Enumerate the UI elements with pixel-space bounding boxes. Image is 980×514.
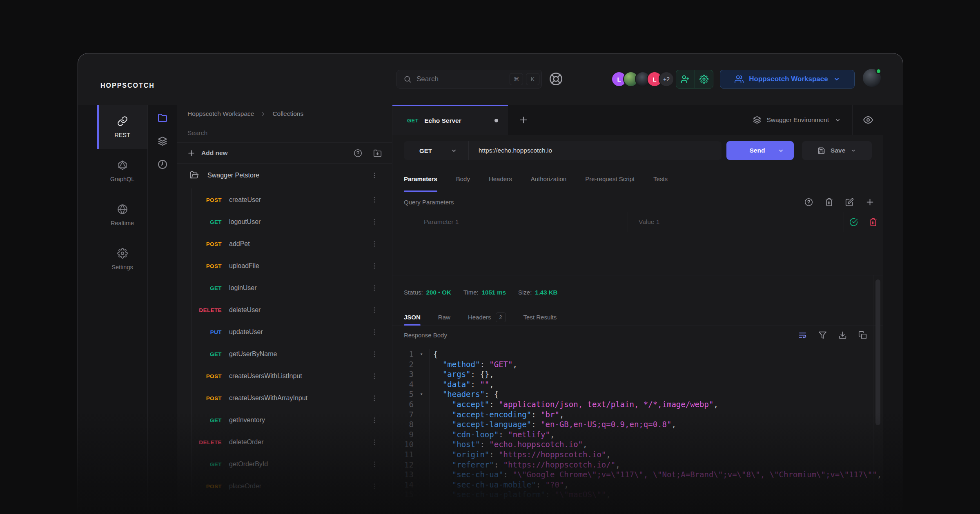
more-options-icon[interactable] (371, 284, 378, 292)
fold-toggle-icon[interactable]: ▾ (414, 389, 430, 399)
new-tab-button[interactable] (508, 105, 539, 135)
request-name: logoutUser (229, 218, 261, 226)
more-options-icon[interactable] (371, 461, 378, 468)
environment-selector[interactable]: Swagger Environment (753, 116, 853, 124)
filter-icon[interactable] (818, 331, 827, 339)
environment-quick-peek-button[interactable] (853, 105, 883, 135)
line-number: 11 (392, 450, 414, 460)
collection-request[interactable]: POST uploadFile (177, 255, 392, 277)
nav-item-rest[interactable]: REST (97, 105, 147, 149)
collection-request[interactable]: POST createUsersWithArrayInput (177, 387, 392, 409)
request-section-tab[interactable]: Tests (653, 166, 668, 192)
more-options-icon[interactable] (371, 417, 378, 424)
breadcrumb-workspace[interactable]: Hoppscotch Workspace (187, 110, 254, 117)
workspace-settings-button[interactable] (695, 70, 713, 88)
save-label: Save (831, 147, 845, 154)
team-avatars[interactable]: L L +2 (611, 71, 674, 87)
nav-item-graphql[interactable]: GraphQL (97, 149, 147, 193)
collection-request[interactable]: PUT updateUser (177, 321, 392, 343)
collections-search[interactable] (177, 123, 392, 143)
parameter-active-toggle[interactable] (844, 212, 863, 232)
collection-request[interactable]: DELETE deleteUser (177, 299, 392, 321)
collection-request[interactable]: POST createUser (177, 189, 392, 211)
add-new-button[interactable]: Add new (201, 149, 228, 157)
request-section-tab[interactable]: Headers (489, 166, 512, 192)
request-section-tab[interactable]: Parameters (404, 166, 437, 192)
request-method-label: DELETE (177, 439, 222, 445)
response-tab[interactable]: Raw (438, 309, 450, 326)
delete-all-icon[interactable] (825, 198, 833, 206)
scrollbar-thumb[interactable] (875, 279, 880, 425)
graphql-icon (117, 160, 128, 171)
more-options-icon[interactable] (371, 196, 378, 204)
nav-item-settings[interactable]: Settings (97, 237, 147, 281)
tab-label: Headers (468, 314, 491, 321)
collection-request[interactable]: GET getUserByName (177, 343, 392, 365)
parameter-key-input[interactable] (424, 218, 617, 226)
code-line: 11 "origin": "https://hoppscotch.io", (392, 450, 883, 460)
more-options-icon[interactable] (371, 439, 378, 446)
breadcrumb-page[interactable]: Collections (272, 110, 303, 117)
invite-user-button[interactable] (676, 70, 695, 88)
request-section-tab[interactable]: Body (456, 166, 470, 192)
method-selector[interactable]: GET (404, 141, 468, 160)
request-name: deleteOrder (229, 439, 264, 446)
more-options-icon[interactable] (371, 483, 378, 490)
response-tab[interactable]: Test Results (523, 309, 557, 326)
collection-request[interactable]: GET loginUser (177, 277, 392, 299)
profile-avatar[interactable] (863, 69, 881, 87)
environments-tab-button[interactable] (154, 133, 171, 149)
request-method-label: POST (177, 395, 222, 401)
more-options-icon[interactable] (371, 240, 378, 248)
collection-request[interactable]: GET logoutUser (177, 211, 392, 233)
url-input[interactable] (469, 141, 722, 160)
collection-request[interactable]: DELETE deleteOrder (177, 431, 392, 453)
more-options-icon[interactable] (371, 372, 378, 380)
collection-request[interactable]: GET getInventory (177, 409, 392, 431)
send-button[interactable]: Send (726, 141, 794, 160)
fold-toggle-icon[interactable]: ▾ (414, 349, 430, 359)
history-tab-button[interactable] (154, 156, 171, 173)
global-search[interactable]: ⌘ K (396, 70, 542, 89)
nav-label: Realtime (111, 220, 134, 226)
request-tab-echo-server[interactable]: GET Echo Server (392, 105, 508, 135)
workspace-selector[interactable]: Hoppscotch Workspace (720, 70, 855, 89)
response-tab[interactable]: Headers 2 (468, 309, 506, 326)
import-folder-icon[interactable] (373, 149, 382, 157)
more-options-icon[interactable] (371, 328, 378, 336)
more-options-icon[interactable] (371, 172, 378, 179)
more-options-icon[interactable] (371, 350, 378, 358)
edit-bulk-icon[interactable] (845, 198, 854, 206)
collection-request[interactable]: GET getOrderById (177, 453, 392, 475)
help-circle-icon[interactable] (804, 198, 813, 206)
code-line: 10 "host": "echo.hoppscotch.io", (392, 439, 883, 450)
row-drag-handle[interactable] (392, 212, 413, 232)
collection-folder[interactable]: Swagger Petstore (177, 164, 392, 187)
more-options-icon[interactable] (371, 262, 378, 270)
add-parameter-icon[interactable] (866, 198, 874, 206)
wrap-lines-icon[interactable] (798, 331, 807, 339)
save-button[interactable]: Save (802, 141, 872, 160)
collection-request[interactable]: POST createUsersWithListInput (177, 365, 392, 387)
line-number: 4 (392, 379, 414, 390)
download-icon[interactable] (838, 331, 847, 339)
parameter-value-input[interactable] (639, 218, 833, 226)
collections-tab-button[interactable] (154, 110, 171, 126)
collections-search-input[interactable] (187, 129, 382, 137)
help-circle-icon[interactable] (354, 149, 362, 157)
more-options-icon[interactable] (371, 394, 378, 402)
request-section-tab[interactable]: Authorization (531, 166, 567, 192)
support-lifebuoy-icon[interactable] (548, 71, 564, 86)
more-options-icon[interactable] (371, 306, 378, 314)
parameter-delete-button[interactable] (863, 212, 883, 232)
response-tab[interactable]: JSON (404, 309, 421, 326)
fold-gutter (414, 480, 430, 490)
more-options-icon[interactable] (371, 218, 378, 226)
request-section-tab[interactable]: Pre-request Script (585, 166, 635, 192)
response-body-code[interactable]: 1▾{2 "method": "GET",3 "args": {},4 "dat… (392, 344, 883, 500)
collection-request[interactable]: POST addPet (177, 233, 392, 255)
copy-icon[interactable] (858, 331, 867, 339)
search-input[interactable] (416, 75, 507, 83)
nav-item-realtime[interactable]: Realtime (97, 193, 147, 237)
collection-request[interactable]: POST placeOrder (177, 475, 392, 497)
